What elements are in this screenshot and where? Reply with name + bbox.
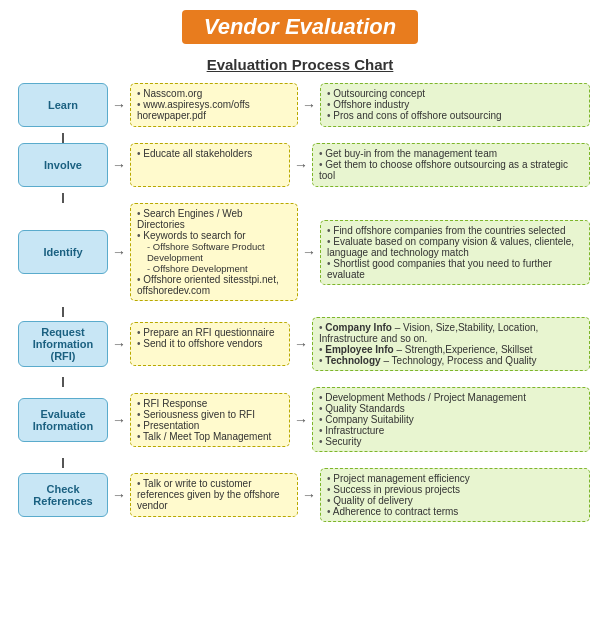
row-connector-involve xyxy=(18,193,590,203)
arrow-to-right-rfi: → xyxy=(290,336,312,352)
right-box-involve: Get buy-in from the management teamGet t… xyxy=(312,143,590,187)
flow-row-identify: Identify→Search Engines / Web Directorie… xyxy=(18,203,590,301)
arrow-to-mid-learn: → xyxy=(108,97,130,113)
right-box-identify: Find offshore companies from the countri… xyxy=(320,220,590,285)
mid-box-learn: Nasscom.orgwww.aspiresys.com/offs horewp… xyxy=(130,83,298,127)
flow-row-evaluate: Evaluate Information→RFI ResponseSerious… xyxy=(18,387,590,452)
row-connector-rfi xyxy=(18,377,590,387)
flow-row-learn: Learn→Nasscom.orgwww.aspiresys.com/offs … xyxy=(18,83,590,127)
flow-row-involve: Involve→Educate all stakeholders→Get buy… xyxy=(18,143,590,187)
row-connector-learn xyxy=(18,133,590,143)
mid-box-check: Talk or write to customer references giv… xyxy=(130,473,298,517)
page: Vendor Evaluation Evaluattion Process Ch… xyxy=(0,0,600,543)
mid-box-involve: Educate all stakeholders xyxy=(130,143,290,187)
step-box-involve: Involve xyxy=(18,143,108,187)
flow-row-rfi: Request Information (RFI)→Prepare an RFI… xyxy=(18,317,590,371)
arrow-to-right-learn: → xyxy=(298,97,320,113)
arrow-to-mid-check: → xyxy=(108,487,130,503)
mid-box-identify: Search Engines / Web DirectoriesKeywords… xyxy=(130,203,298,301)
right-box-evaluate: Development Methods / Project Management… xyxy=(312,387,590,452)
step-box-learn: Learn xyxy=(18,83,108,127)
main-title: Vendor Evaluation xyxy=(182,10,418,44)
right-box-rfi: Company Info – Vision, Size,Stability, L… xyxy=(312,317,590,371)
mid-box-evaluate: RFI ResponseSeriousness given to RFIPres… xyxy=(130,393,290,447)
arrow-to-right-involve: → xyxy=(290,157,312,173)
arrow-to-right-check: → xyxy=(298,487,320,503)
right-box-learn: Outsourcing conceptOffshore industryPros… xyxy=(320,83,590,127)
flow-row-check: Check References→Talk or write to custom… xyxy=(18,468,590,522)
main-title-container: Vendor Evaluation xyxy=(10,10,590,44)
step-box-identify: Identify xyxy=(18,230,108,274)
arrow-to-right-identify: → xyxy=(298,244,320,260)
arrow-to-mid-rfi: → xyxy=(108,336,130,352)
chart-title: Evaluattion Process Chart xyxy=(10,56,590,73)
step-box-check: Check References xyxy=(18,473,108,517)
arrow-to-mid-involve: → xyxy=(108,157,130,173)
arrow-to-right-evaluate: → xyxy=(290,412,312,428)
arrow-to-mid-evaluate: → xyxy=(108,412,130,428)
step-box-rfi: Request Information (RFI) xyxy=(18,321,108,367)
mid-box-rfi: Prepare an RFI questionnaireSend it to o… xyxy=(130,322,290,366)
arrow-to-mid-identify: → xyxy=(108,244,130,260)
row-connector-identify xyxy=(18,307,590,317)
flowchart: Learn→Nasscom.orgwww.aspiresys.com/offs … xyxy=(10,83,590,528)
row-connector-evaluate xyxy=(18,458,590,468)
step-box-evaluate: Evaluate Information xyxy=(18,398,108,442)
right-box-check: Project management efficiencySuccess in … xyxy=(320,468,590,522)
